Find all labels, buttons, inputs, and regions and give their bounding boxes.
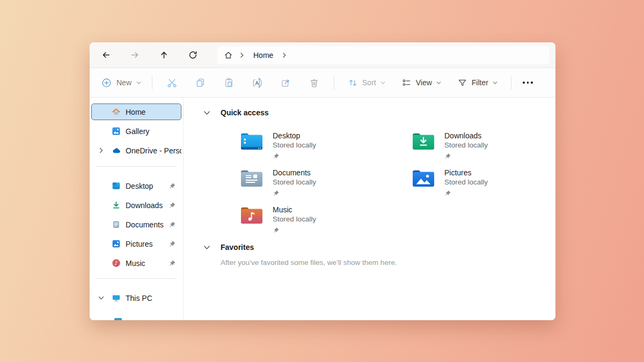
cut-button[interactable] — [161, 73, 183, 92]
chevron-down-icon — [493, 80, 497, 85]
sort-button[interactable]: Sort — [342, 73, 391, 92]
chevron-right-icon[interactable] — [98, 147, 104, 153]
sidebar-item-desktop[interactable]: Desktop — [91, 178, 181, 194]
chevron-down-icon — [436, 80, 441, 85]
items-view: Quick access Desktop Stored locally — [184, 98, 555, 320]
navigation-bar: Home — [90, 42, 555, 68]
pin-icon — [444, 152, 451, 158]
item-name: Pictures — [444, 168, 488, 178]
svg-text:♪: ♪ — [114, 260, 118, 266]
refresh-icon — [188, 50, 197, 60]
pin-icon — [169, 260, 175, 267]
sort-icon — [348, 78, 358, 88]
chevron-right-icon[interactable] — [282, 53, 287, 58]
item-status: Stored locally — [444, 141, 488, 150]
navigation-pane: Home Gallery OneDrive - Persona — [90, 98, 184, 320]
delete-button[interactable] — [303, 73, 325, 92]
chevron-down-icon[interactable] — [98, 295, 104, 301]
toolbar-divider — [152, 76, 152, 90]
back-button[interactable] — [94, 46, 118, 65]
pin-icon — [273, 226, 279, 232]
new-button[interactable]: New — [96, 73, 147, 92]
pin-icon — [169, 202, 175, 209]
sidebar-item-label: Music — [126, 259, 145, 268]
gallery-icon — [112, 127, 121, 136]
sidebar-item-label: Documents — [126, 220, 164, 229]
pictures-folder-icon — [411, 168, 436, 189]
quick-access-item-music[interactable]: Music Stored locally — [239, 205, 411, 232]
up-icon — [159, 50, 169, 60]
chevron-down-icon — [136, 80, 141, 85]
downloads-icon — [112, 201, 121, 210]
filter-button[interactable]: Filter — [451, 73, 503, 92]
sidebar-item-label: Desktop — [126, 182, 153, 190]
quick-access-item-documents[interactable]: Documents Stored locally — [239, 168, 411, 195]
item-status: Stored locally — [273, 141, 316, 150]
copy-button[interactable] — [189, 73, 211, 92]
sidebar-divider — [96, 278, 177, 279]
share-button[interactable] — [275, 73, 297, 92]
paste-button[interactable] — [218, 73, 240, 92]
rename-icon — [252, 77, 263, 88]
sidebar-item-home[interactable]: Home — [91, 104, 181, 120]
quick-access-grid: Desktop Stored locally Downloads Stored … — [239, 131, 555, 232]
chevron-down-icon — [380, 80, 385, 85]
sidebar-item-label: OneDrive - Persona — [126, 146, 181, 155]
pictures-icon — [112, 239, 121, 248]
item-name: Music — [273, 205, 316, 215]
sidebar-divider — [96, 166, 177, 167]
explorer-body: Home Gallery OneDrive - Persona — [90, 98, 555, 320]
sidebar-item-this-pc[interactable]: This PC — [91, 290, 181, 306]
item-status: Stored locally — [444, 178, 488, 187]
pin-icon — [273, 189, 279, 195]
desktop-folder-icon — [239, 131, 264, 152]
pin-icon — [169, 221, 175, 228]
address-bar[interactable]: Home — [217, 46, 549, 64]
documents-folder-icon — [239, 168, 264, 189]
quick-access-item-pictures[interactable]: Pictures Stored locally — [411, 168, 555, 195]
view-icon — [401, 78, 412, 88]
quick-access-header[interactable]: Quick access — [203, 108, 555, 117]
sidebar-item-documents[interactable]: Documents — [91, 216, 181, 233]
item-name: Downloads — [444, 131, 488, 141]
new-plus-icon — [101, 78, 112, 88]
sidebar-item-music[interactable]: ♪ Music — [91, 255, 181, 271]
more-icon — [527, 82, 529, 83]
more-options-button[interactable] — [517, 73, 539, 92]
sidebar-item-gallery[interactable]: Gallery — [91, 123, 181, 139]
view-button[interactable]: View — [396, 73, 447, 92]
section-title: Quick access — [221, 108, 269, 117]
onedrive-icon — [112, 146, 121, 155]
forward-button[interactable] — [123, 46, 147, 65]
sidebar-item-onedrive[interactable]: OneDrive - Persona — [91, 142, 181, 159]
sidebar-item-label: Gallery — [126, 127, 149, 136]
toolbar-divider — [334, 76, 334, 90]
breadcrumb-home[interactable]: Home — [251, 51, 275, 60]
quick-access-item-downloads[interactable]: Downloads Stored locally — [411, 131, 555, 158]
back-icon — [101, 50, 111, 60]
item-status: Stored locally — [273, 178, 316, 187]
downloads-folder-icon — [411, 131, 436, 152]
sidebar-item-label: Pictures — [126, 240, 153, 248]
chevron-down-icon[interactable] — [203, 109, 210, 116]
house-icon — [224, 50, 233, 60]
delete-icon — [309, 77, 320, 88]
command-bar: New Sort View — [90, 68, 555, 98]
sidebar-item-label: Downloads — [126, 201, 163, 210]
favorites-empty-message: After you’ve favorited some files, we’ll… — [221, 258, 555, 267]
sidebar-item-downloads[interactable]: Downloads — [91, 197, 181, 213]
quick-access-item-desktop[interactable]: Desktop Stored locally — [239, 131, 411, 158]
rename-button[interactable] — [246, 73, 268, 92]
favorites-header[interactable]: Favorites — [203, 243, 555, 252]
item-status: Stored locally — [273, 215, 316, 224]
paste-icon — [223, 77, 235, 88]
up-button[interactable] — [152, 46, 175, 65]
sort-button-label: Sort — [362, 78, 376, 87]
refresh-button[interactable] — [181, 46, 204, 65]
pin-icon — [169, 240, 175, 247]
more-icon — [531, 82, 532, 83]
chevron-right-icon[interactable] — [239, 53, 245, 58]
chevron-down-icon[interactable] — [203, 244, 210, 251]
documents-icon — [112, 220, 121, 229]
sidebar-item-pictures[interactable]: Pictures — [91, 235, 181, 252]
